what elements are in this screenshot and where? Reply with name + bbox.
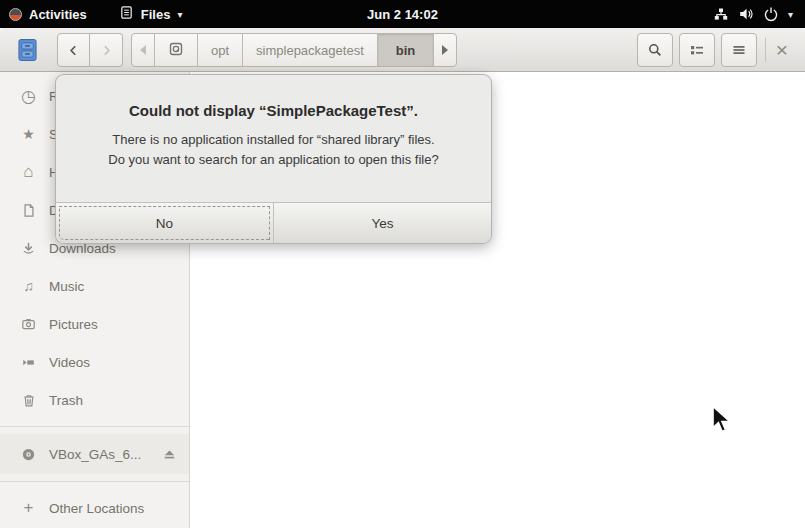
sidebar-item-trash[interactable]: Trash bbox=[0, 381, 189, 419]
gnome-top-bar: Activities Files ▾ Jun 2 14:02 ▾ bbox=[0, 0, 805, 28]
sidebar-item-music[interactable]: ♫ Music bbox=[0, 267, 189, 305]
eject-button[interactable] bbox=[162, 447, 177, 462]
sidebar-item-videos[interactable]: Videos bbox=[0, 343, 189, 381]
trash-icon bbox=[20, 393, 37, 408]
path-segment-opt[interactable]: opt bbox=[198, 34, 243, 66]
sidebar-item-label: Other Locations bbox=[49, 501, 144, 516]
document-icon bbox=[20, 203, 37, 218]
path-segment-simplepackagetest[interactable]: simplepackagetest bbox=[243, 34, 378, 66]
search-icon bbox=[647, 42, 663, 58]
hard-drive-icon bbox=[168, 41, 184, 60]
recent-clock-icon: ◷ bbox=[20, 86, 37, 107]
app-menu-button[interactable]: Files ▾ bbox=[110, 0, 192, 28]
sidebar-item-label: Trash bbox=[49, 393, 83, 408]
files-app-icon bbox=[119, 5, 134, 23]
camera-icon bbox=[20, 317, 37, 331]
path-bar: opt simplepackagetest bin bbox=[131, 33, 457, 67]
forward-button[interactable] bbox=[90, 33, 123, 67]
history-navigation bbox=[57, 33, 123, 67]
no-button[interactable]: No bbox=[56, 203, 273, 243]
view-toggle-button[interactable] bbox=[679, 33, 715, 67]
video-camera-icon bbox=[20, 356, 37, 369]
yes-button[interactable]: Yes bbox=[273, 203, 491, 243]
volume-icon bbox=[738, 6, 754, 22]
star-icon: ★ bbox=[20, 126, 37, 142]
sidebar-item-vbox-volume[interactable]: VBox_GAs_6... bbox=[0, 434, 189, 474]
chevron-down-icon: ▾ bbox=[788, 9, 793, 20]
back-button[interactable] bbox=[57, 33, 90, 67]
desktop: Activities Files ▾ Jun 2 14:02 ▾ bbox=[0, 0, 805, 528]
window-close-button[interactable]: × bbox=[766, 33, 798, 67]
dialog-title: Could not display “SimplePackageTest”. bbox=[56, 102, 491, 119]
download-icon bbox=[20, 241, 37, 256]
dialog-message-line2: Do you want to search for an application… bbox=[56, 150, 491, 170]
triangle-left-icon bbox=[140, 45, 146, 55]
eject-icon bbox=[162, 447, 177, 462]
sidebar-item-label: VBox_GAs_6... bbox=[49, 447, 141, 462]
sidebar-separator bbox=[0, 426, 189, 427]
distro-badge-icon bbox=[9, 8, 22, 21]
drive-root-button[interactable] bbox=[155, 34, 198, 66]
list-view-icon bbox=[689, 42, 705, 58]
dialog-message: There is no application installed for “s… bbox=[56, 130, 491, 170]
path-segment-bin[interactable]: bin bbox=[378, 34, 435, 66]
system-status-area[interactable]: ▾ bbox=[704, 0, 805, 28]
activities-label: Activities bbox=[29, 7, 87, 22]
dialog-message-line1: There is no application installed for “s… bbox=[56, 130, 491, 150]
file-cabinet-icon bbox=[18, 38, 37, 66]
power-icon bbox=[763, 6, 779, 22]
sidebar-item-label: Pictures bbox=[49, 317, 98, 332]
menu-button[interactable] bbox=[721, 33, 757, 67]
sidebar-item-label: Videos bbox=[49, 355, 90, 370]
dialog-button-row: No Yes bbox=[56, 202, 491, 243]
search-button[interactable] bbox=[637, 33, 673, 67]
optical-disc-icon bbox=[20, 447, 37, 462]
sidebar-item-pictures[interactable]: Pictures bbox=[0, 305, 189, 343]
music-note-icon: ♫ bbox=[20, 278, 37, 294]
triangle-right-icon bbox=[442, 45, 448, 55]
home-icon: ⌂ bbox=[20, 162, 37, 182]
activities-button[interactable]: Activities bbox=[0, 0, 96, 28]
sidebar-item-other-locations[interactable]: + Other Locations bbox=[0, 489, 189, 527]
network-icon bbox=[713, 6, 729, 22]
hamburger-icon bbox=[731, 42, 747, 58]
chevron-down-icon: ▾ bbox=[177, 9, 182, 20]
app-menu-label: Files bbox=[141, 7, 171, 22]
path-scroll-left-button[interactable] bbox=[132, 34, 155, 66]
path-scroll-right-button[interactable] bbox=[434, 34, 456, 66]
sidebar-item-label: Music bbox=[49, 279, 84, 294]
error-dialog: Could not display “SimplePackageTest”. T… bbox=[55, 74, 492, 244]
plus-icon: + bbox=[20, 498, 37, 518]
files-headerbar: opt simplepackagetest bin × bbox=[0, 28, 805, 72]
sidebar-separator bbox=[0, 481, 189, 482]
